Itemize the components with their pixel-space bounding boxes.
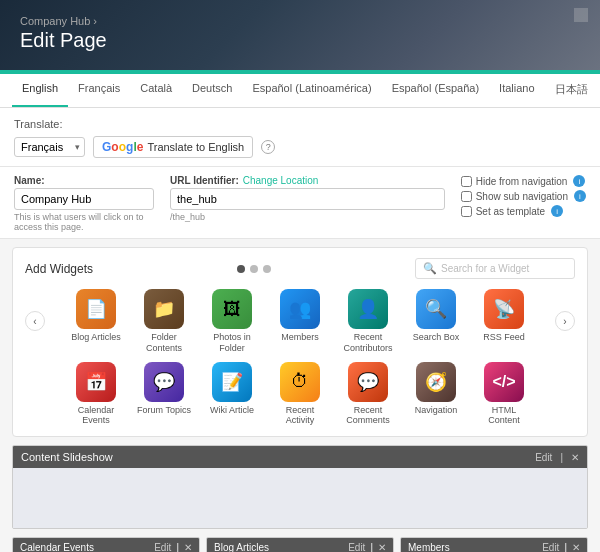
calendar-close-button[interactable]: ✕ xyxy=(184,542,192,552)
name-hint: This is what users will click on to acce… xyxy=(14,212,154,232)
recent-comments-label: Recent Comments xyxy=(341,405,395,427)
translate-label: Translate: xyxy=(14,118,586,130)
calendar-events-label: Calendar Events xyxy=(69,405,123,427)
blog-close-button[interactable]: ✕ xyxy=(378,542,386,552)
hide-nav-info-icon[interactable]: i xyxy=(573,175,585,187)
members-separator: | xyxy=(564,542,567,552)
widget-items-row1: 📄 Blog Articles 📁 Folder Contents 🖼 Phot… xyxy=(45,289,555,354)
calendar-separator: | xyxy=(176,542,179,552)
widget-recent-comments[interactable]: 💬 Recent Comments xyxy=(341,362,395,427)
blog-articles-label: Blog Articles xyxy=(71,332,121,343)
content-slideshow-body xyxy=(13,468,587,528)
rss-feed-icon: 📡 xyxy=(484,289,524,329)
calendar-events-bar: Calendar Events Edit | ✕ xyxy=(13,538,199,552)
html-content-icon: </> xyxy=(484,362,524,402)
members-close-button[interactable]: ✕ xyxy=(572,542,580,552)
forum-topics-icon: 💬 xyxy=(144,362,184,402)
members-bar-title: Members xyxy=(408,542,450,552)
window-square-icon xyxy=(574,8,588,22)
carousel-next-button[interactable]: › xyxy=(555,311,575,331)
widget-recent-activity[interactable]: ⏱ Recent Activity xyxy=(273,362,327,427)
widgets-title: Add Widgets xyxy=(25,262,93,276)
name-input[interactable] xyxy=(14,188,154,210)
widget-blog-articles[interactable]: 📄 Blog Articles xyxy=(69,289,123,343)
members-edit-button[interactable]: Edit xyxy=(542,542,559,552)
tab-catala[interactable]: Català xyxy=(130,74,182,107)
widget-html-content[interactable]: </> HTML Content xyxy=(477,362,531,427)
calendar-edit-button[interactable]: Edit xyxy=(154,542,171,552)
breadcrumb[interactable]: Company Hub › xyxy=(20,15,580,27)
show-subnav-label: Show sub navigation xyxy=(476,191,568,202)
content-slideshow-separator: | xyxy=(560,452,563,463)
tab-espanol-lat[interactable]: Español (Latinoamérica) xyxy=(242,74,381,107)
content-slideshow-title: Content Slideshow xyxy=(21,451,113,463)
search-box-label: Search Box xyxy=(413,332,460,343)
translate-section: Translate: Français English Català Googl… xyxy=(0,108,600,167)
show-subnav-info-icon[interactable]: i xyxy=(574,190,586,202)
tab-japanese[interactable]: 日本語 xyxy=(545,74,598,107)
blog-articles-bar-title: Blog Articles xyxy=(214,542,269,552)
widget-search-box[interactable]: 🔍 Search for a Widget xyxy=(415,258,575,279)
calendar-events-widget: Calendar Events Edit | ✕ Team Meeting Th… xyxy=(12,537,200,552)
show-subnav-checkbox[interactable] xyxy=(461,191,472,202)
widgets-header: Add Widgets 🔍 Search for a Widget xyxy=(25,258,575,279)
widget-wiki-article[interactable]: 📝 Wiki Article xyxy=(205,362,259,416)
widget-recent-contributors[interactable]: 👤 Recent Contributors xyxy=(341,289,395,354)
language-tabs: English Français Català Deutsch Español … xyxy=(0,74,600,108)
dot-2[interactable] xyxy=(250,265,258,273)
change-location-link[interactable]: Change Location xyxy=(243,175,319,186)
widget-members[interactable]: 👥 Members xyxy=(273,289,327,343)
tab-italiano[interactable]: Italiano xyxy=(489,74,544,107)
nav-checkboxes: Hide from navigation i Show sub navigati… xyxy=(461,175,586,217)
tab-espanol-es[interactable]: Español (España) xyxy=(382,74,489,107)
content-slideshow-close-button[interactable]: ✕ xyxy=(571,452,579,463)
page-header: Company Hub › Edit Page xyxy=(0,0,600,70)
widget-row-1: ‹ 📄 Blog Articles 📁 Folder Contents 🖼 Ph… xyxy=(25,289,575,354)
url-input[interactable] xyxy=(170,188,445,210)
widget-folder-contents[interactable]: 📁 Folder Contents xyxy=(137,289,191,354)
folder-contents-label: Folder Contents xyxy=(137,332,191,354)
recent-activity-icon: ⏱ xyxy=(280,362,320,402)
help-icon[interactable]: ? xyxy=(261,140,275,154)
set-template-checkbox[interactable] xyxy=(461,206,472,217)
blog-articles-icon: 📄 xyxy=(76,289,116,329)
hide-nav-checkbox[interactable] xyxy=(461,176,472,187)
widget-rss-feed[interactable]: 📡 RSS Feed xyxy=(477,289,531,343)
widget-row-2: 📅 Calendar Events 💬 Forum Topics 📝 Wiki … xyxy=(25,362,575,427)
translate-button[interactable]: Google Translate to English xyxy=(93,136,253,158)
content-slideshow-bar: Content Slideshow Edit | ✕ xyxy=(13,446,587,468)
dot-3[interactable] xyxy=(263,265,271,273)
forum-topics-label: Forum Topics xyxy=(137,405,191,416)
carousel-prev-button[interactable]: ‹ xyxy=(25,311,45,331)
folder-contents-icon: 📁 xyxy=(144,289,184,329)
rss-feed-label: RSS Feed xyxy=(483,332,525,343)
set-template-label: Set as template xyxy=(476,206,545,217)
tab-deutsch[interactable]: Deutsch xyxy=(182,74,242,107)
google-logo: Google xyxy=(102,140,143,154)
translate-button-label: Translate to English xyxy=(147,141,244,153)
tab-english[interactable]: English xyxy=(12,74,68,107)
content-slideshow-edit-button[interactable]: Edit xyxy=(535,452,552,463)
dot-1[interactable] xyxy=(237,265,245,273)
url-label: URL Identifier: xyxy=(170,175,239,186)
language-select[interactable]: Français English Català xyxy=(14,137,85,157)
tab-francais[interactable]: Français xyxy=(68,74,130,107)
form-section: Name: This is what users will click on t… xyxy=(0,167,600,239)
members-label: Members xyxy=(281,332,319,343)
hide-nav-checkbox-item: Hide from navigation i xyxy=(461,175,586,187)
blog-edit-button[interactable]: Edit xyxy=(348,542,365,552)
navigation-icon: 🧭 xyxy=(416,362,456,402)
widget-forum-topics[interactable]: 💬 Forum Topics xyxy=(137,362,191,416)
search-box-icon: 🔍 xyxy=(416,289,456,329)
main-content: English Français Català Deutsch Español … xyxy=(0,74,600,552)
set-template-info-icon[interactable]: i xyxy=(551,205,563,217)
calendar-events-bar-title: Calendar Events xyxy=(20,542,94,552)
widget-navigation[interactable]: 🧭 Navigation xyxy=(409,362,463,416)
widget-photos-folder[interactable]: 🖼 Photos in Folder xyxy=(205,289,259,354)
name-group: Name: This is what users will click on t… xyxy=(14,175,154,232)
set-template-checkbox-item: Set as template i xyxy=(461,205,586,217)
html-content-label: HTML Content xyxy=(477,405,531,427)
widget-search-box-item[interactable]: 🔍 Search Box xyxy=(409,289,463,343)
add-widgets-section: Add Widgets 🔍 Search for a Widget ‹ 📄 Bl… xyxy=(12,247,588,437)
widget-calendar-events[interactable]: 📅 Calendar Events xyxy=(69,362,123,427)
